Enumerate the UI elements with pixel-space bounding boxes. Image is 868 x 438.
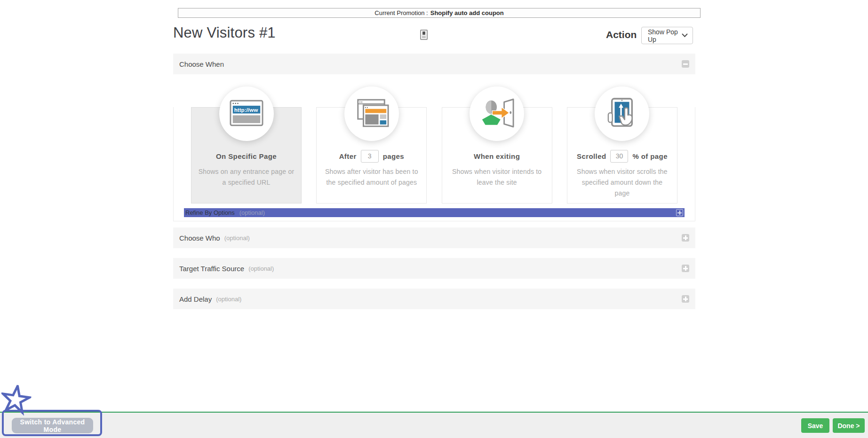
card-title: When exiting	[442, 149, 552, 163]
done-button[interactable]: Done >	[833, 418, 865, 433]
action-select[interactable]: Show Pop Up	[641, 27, 693, 44]
scroll-percent-input[interactable]	[610, 150, 628, 163]
card-description: Shows on any entrance page or a specifie…	[191, 166, 301, 188]
card-title-suffix: % of page	[632, 152, 667, 160]
section-header-target-traffic-source[interactable]: Target Traffic Source (optional)	[173, 258, 695, 279]
pages-count-input[interactable]	[361, 150, 379, 163]
section-optional-label: (optional)	[224, 235, 250, 242]
plus-expand-icon[interactable]	[676, 209, 683, 216]
page-title: New Visitors #1	[173, 24, 276, 41]
star-icon	[0, 383, 32, 419]
trigger-cards-row: http://ww On Specific Page Shows on any …	[174, 107, 695, 203]
trigger-card-when-exiting[interactable]: When exiting Shows when visitor intends …	[442, 107, 552, 203]
section-title: Choose Who	[179, 234, 220, 242]
card-description: Shows when visitor scrolls the specified…	[567, 166, 677, 199]
section-header-add-delay[interactable]: Add Delay (optional)	[173, 289, 695, 309]
section-choose-when: Choose When http://ww	[173, 54, 695, 221]
promo-value: Shopify auto add coupon	[430, 9, 504, 16]
card-description: Shows after visitor has been to the spec…	[317, 166, 426, 188]
plus-expand-icon[interactable]	[682, 234, 689, 242]
choose-when-content: http://ww On Specific Page Shows on any …	[173, 107, 695, 221]
promo-label: Current Promotion :	[374, 9, 428, 16]
section-header-choose-when[interactable]: Choose When	[173, 54, 695, 74]
card-title-prefix: After	[339, 152, 357, 160]
refine-optional-label: (optional)	[239, 209, 265, 216]
settings-panel: Choose When http://ww	[173, 54, 695, 309]
section-optional-label: (optional)	[216, 296, 241, 303]
minus-collapse-icon[interactable]	[682, 60, 689, 68]
footer-bar: Switch to Advanced Mode Save Done >	[0, 412, 868, 438]
exit-door-icon	[478, 98, 515, 130]
card-title-suffix: pages	[383, 152, 404, 160]
section-header-choose-who[interactable]: Choose Who (optional)	[173, 227, 695, 248]
trigger-card-on-specific-page[interactable]: http://ww On Specific Page Shows on any …	[191, 107, 302, 203]
current-promotion-bar: Current Promotion : Shopify auto add cou…	[178, 8, 701, 18]
refine-by-options-bar[interactable]: Refine By Options (optional)	[184, 208, 685, 217]
switch-advanced-mode-button[interactable]: Switch to Advanced Mode	[12, 418, 93, 433]
action-label: Action	[606, 29, 637, 40]
card-description: Shows when visitor intends to leave the …	[442, 166, 552, 188]
chevron-down-icon	[682, 33, 688, 38]
plus-expand-icon[interactable]	[682, 265, 689, 272]
browser-url-icon: http://ww	[230, 100, 263, 128]
action-selected-value: Show Pop Up	[648, 28, 682, 43]
trigger-card-after-pages[interactable]: After pages Shows after visitor has been…	[316, 107, 427, 203]
section-title: Add Delay	[179, 295, 212, 303]
multiple-pages-icon	[354, 99, 389, 129]
section-optional-label: (optional)	[248, 265, 274, 272]
refine-label: Refine By Options	[185, 209, 235, 216]
section-title: Choose When	[179, 60, 224, 68]
svg-text:http://ww: http://ww	[234, 106, 258, 112]
scroll-tablet-icon	[605, 98, 638, 130]
save-button[interactable]: Save	[801, 418, 829, 433]
card-title: On Specific Page	[191, 149, 301, 163]
card-title-prefix: Scrolled	[577, 152, 606, 160]
mobile-preview-icon[interactable]	[420, 30, 428, 40]
plus-expand-icon[interactable]	[682, 295, 689, 303]
trigger-card-scrolled-percent[interactable]: Scrolled % of page Shows when visitor sc…	[567, 107, 677, 203]
section-title: Target Traffic Source	[179, 265, 244, 273]
